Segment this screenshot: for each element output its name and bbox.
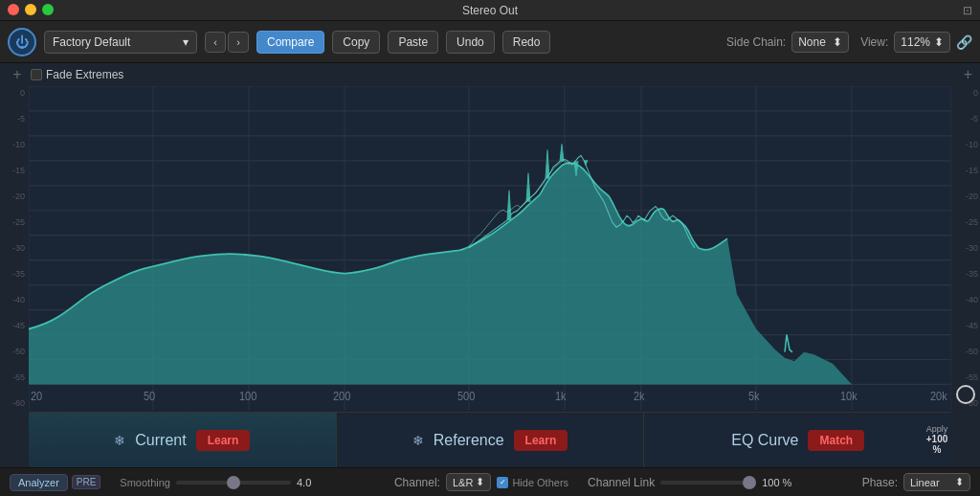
y-axis-left: 0 -5 -10 -15 -20 -25 -30 -35 -40 -45 -50…	[0, 86, 29, 410]
preset-name: Factory Default	[53, 35, 130, 49]
maximize-button[interactable]	[42, 4, 54, 15]
svg-text:50: 50	[144, 389, 155, 403]
apply-section: Apply +100 %	[923, 412, 951, 467]
hide-others-control: ✓ Hide Others	[497, 477, 568, 488]
fade-extremes-label: Fade Extremes	[46, 68, 123, 81]
current-snowflake-icon[interactable]: ❄	[114, 433, 125, 448]
match-button[interactable]: Match	[808, 430, 864, 451]
y-label-5: -5	[4, 114, 25, 124]
window-controls	[8, 4, 54, 15]
compare-button[interactable]: Compare	[256, 31, 324, 54]
y-label-30: -30	[4, 243, 25, 253]
channel-link-group: Channel Link 100 %	[588, 476, 843, 489]
bottom-controls: Analyzer PRE Smoothing 4.0 Channel: L&R …	[0, 467, 980, 496]
smoothing-knob[interactable]	[227, 476, 240, 489]
reference-learn-button[interactable]: Learn	[514, 430, 568, 451]
smoothing-value: 4.0	[297, 477, 311, 488]
smoothing-label: Smoothing	[120, 477, 170, 488]
svg-text:100: 100	[239, 389, 257, 403]
hide-others-label: Hide Others	[512, 477, 568, 488]
fade-extremes-control: Fade Extremes	[31, 68, 123, 81]
svg-text:10k: 10k	[840, 389, 858, 403]
pre-badge: PRE	[72, 475, 101, 489]
paste-button[interactable]: Paste	[388, 31, 438, 54]
y-label-20: -20	[4, 192, 25, 201]
add-band-right-button[interactable]: +	[964, 66, 972, 83]
y-label-60: -60	[4, 398, 25, 408]
analyzer-group: Analyzer PRE	[10, 474, 100, 491]
view-value-control[interactable]: 112% ⬍	[894, 32, 950, 53]
y-label-10: -10	[4, 140, 25, 149]
dropdown-arrow: ▾	[183, 35, 189, 49]
copy-button[interactable]: Copy	[332, 31, 380, 54]
reference-snowflake-icon[interactable]: ❄	[412, 433, 424, 448]
fade-extremes-checkbox[interactable]	[31, 69, 42, 80]
current-learn-button[interactable]: Learn	[196, 430, 251, 451]
window-title: Stereo Out	[462, 4, 518, 17]
view-label: View:	[860, 35, 888, 49]
eq-display: 0 -5 -10 -15 -20 -25 -30 -35 -40 -45 -50…	[0, 86, 980, 467]
side-chain-label: Side Chain:	[726, 35, 786, 49]
y-label-35: -35	[4, 269, 25, 279]
eq-grid-svg: 20 50 100 200 500 1k 2k 5k 10k 20k	[29, 86, 951, 410]
y-label-15: -15	[4, 166, 25, 175]
title-bar: Stereo Out ⊡	[0, 0, 980, 21]
y-label-0: 0	[4, 88, 25, 98]
y-label-45: -45	[4, 321, 25, 330]
close-button[interactable]	[8, 4, 19, 15]
hide-others-checkbox[interactable]: ✓	[497, 477, 508, 488]
apply-value: +100 %	[923, 434, 951, 455]
preset-dropdown[interactable]: Factory Default ▾	[44, 31, 197, 54]
current-section: ❄ Current Learn	[29, 413, 337, 467]
eqcurve-section: EQ Curve Match	[644, 413, 951, 467]
channel-link-slider[interactable]	[660, 481, 756, 485]
svg-text:2k: 2k	[634, 389, 645, 403]
channel-link-knob[interactable]	[743, 476, 756, 489]
analyzer-button[interactable]: Analyzer	[10, 474, 68, 491]
svg-text:500: 500	[457, 389, 476, 403]
apply-label: Apply	[926, 424, 948, 434]
main-area: + Fade Extremes + 0 -5 -10 -15 -20 -25 -…	[0, 63, 980, 467]
nav-buttons: ‹ ›	[205, 32, 249, 53]
window-icon: ⊡	[963, 4, 972, 17]
svg-text:20: 20	[31, 389, 42, 403]
channel-dropdown[interactable]: L&R ⬍	[446, 473, 491, 491]
y-label-50: -50	[4, 347, 25, 356]
toolbar: ⏻ Factory Default ▾ ‹ › Compare Copy Pas…	[0, 21, 980, 63]
apply-knob[interactable]	[956, 385, 975, 404]
side-chain-dropdown[interactable]: None ⬍	[791, 32, 849, 53]
phase-label: Phase:	[862, 476, 898, 489]
minimize-button[interactable]	[25, 4, 36, 15]
y-label-25: -25	[4, 217, 25, 227]
channel-label: Channel:	[394, 476, 440, 489]
y-label-55: -55	[4, 372, 25, 382]
channel-link-value: 100 %	[762, 477, 791, 488]
svg-text:5k: 5k	[748, 389, 760, 403]
smoothing-slider[interactable]	[176, 481, 291, 485]
apply-area	[951, 86, 980, 410]
view-group: View: 112% ⬍ 🔗	[860, 32, 972, 53]
spectrum-area: 20 50 100 200 500 1k 2k 5k 10k 20k	[29, 86, 951, 410]
redo-button[interactable]: Redo	[502, 31, 551, 54]
eqcurve-section-name: EQ Curve	[731, 432, 798, 449]
channel-group: Channel: L&R ⬍ ✓ Hide Others	[394, 473, 568, 491]
toolbar-right: Side Chain: None ⬍ View: 112% ⬍ 🔗	[726, 32, 972, 53]
channel-link-label: Channel Link	[588, 476, 655, 489]
section-labels: ❄ Current Learn ❄ Reference Learn EQ Cur…	[29, 412, 951, 467]
svg-text:200: 200	[333, 389, 351, 403]
next-preset-button[interactable]: ›	[228, 32, 249, 53]
power-button[interactable]: ⏻	[8, 28, 36, 56]
prev-preset-button[interactable]: ‹	[205, 32, 226, 53]
phase-dropdown[interactable]: Linear ⬍	[903, 473, 970, 491]
reference-section: ❄ Reference Learn	[337, 413, 645, 467]
reference-section-name: Reference	[434, 432, 504, 449]
undo-button[interactable]: Undo	[446, 31, 495, 54]
side-chain-group: Side Chain: None ⬍	[726, 32, 849, 53]
add-band-left-button[interactable]: +	[8, 66, 27, 83]
eq-header: + Fade Extremes +	[0, 63, 980, 86]
svg-text:20k: 20k	[930, 389, 948, 403]
svg-text:1k: 1k	[555, 389, 567, 403]
link-icon[interactable]: 🔗	[956, 34, 972, 50]
current-section-name: Current	[135, 432, 186, 449]
smoothing-group: Smoothing 4.0	[120, 477, 375, 488]
